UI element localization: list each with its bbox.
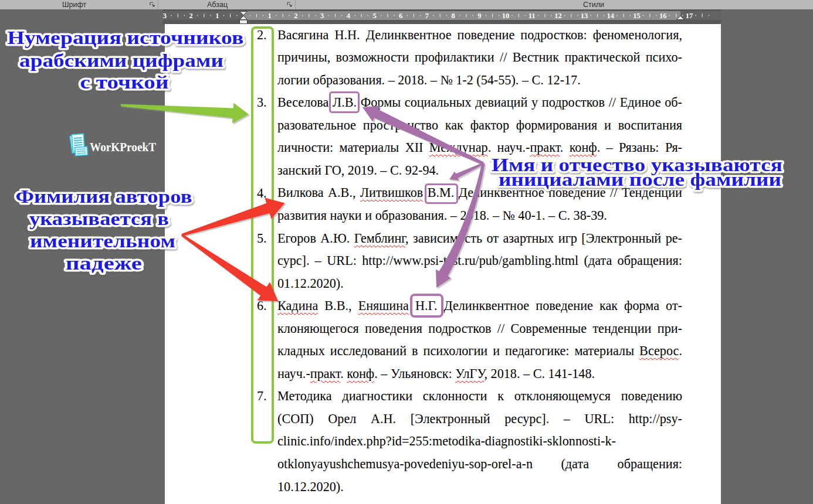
svg-text:Фимилия авторов: Фимилия авторов [16, 186, 192, 207]
svg-text:с точкой: с точкой [80, 71, 169, 93]
svg-text:именительном: именительном [30, 230, 175, 251]
svg-text:Нумерация источников: Нумерация источников [8, 27, 244, 48]
svg-text:падеже: падеже [66, 253, 142, 274]
svg-text:WorKProekT: WorKProekT [90, 139, 156, 154]
svg-text:инициалами после фамилии: инициалами после фамилии [499, 169, 781, 190]
svg-text:арабскими цифрами: арабскими цифрами [19, 50, 223, 71]
svg-text:указывается в: указывается в [29, 208, 169, 229]
